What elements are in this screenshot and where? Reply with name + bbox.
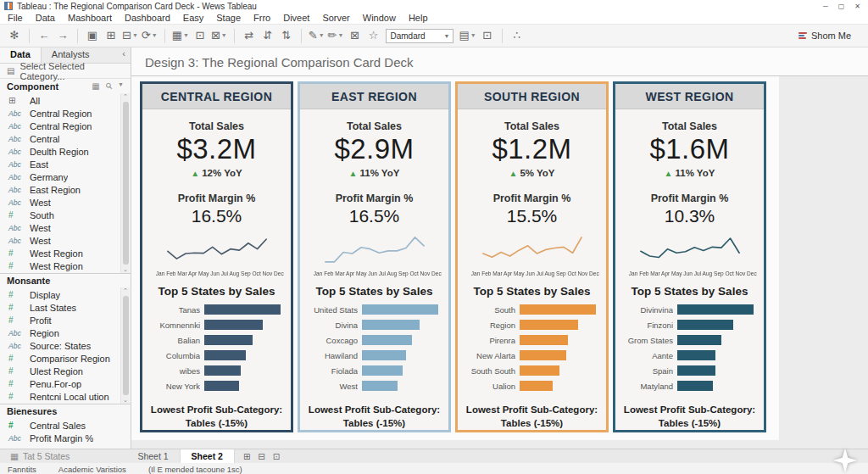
field-item[interactable]: #Comparisor Region xyxy=(0,352,120,365)
field-item[interactable]: AbcRegion xyxy=(0,326,120,339)
bar[interactable] xyxy=(362,335,412,345)
bar[interactable] xyxy=(677,365,715,376)
bar[interactable] xyxy=(362,381,398,391)
refresh-data-icon[interactable]: ⟳▼ xyxy=(140,26,159,45)
tab-sheet-2[interactable]: Sheet 2 xyxy=(181,449,235,463)
field-item[interactable]: AbcCentral Region xyxy=(0,120,120,132)
menu-item-easy[interactable]: Easy xyxy=(183,13,203,23)
field-item[interactable]: AbcWest xyxy=(0,221,120,234)
bar[interactable] xyxy=(204,381,239,391)
search-icon[interactable]: ⚲ xyxy=(103,81,114,92)
field-item[interactable]: #Central Sales xyxy=(0,419,120,432)
bar[interactable] xyxy=(520,365,559,376)
close-icon[interactable]: ✕ xyxy=(854,3,860,10)
field-item[interactable]: AbcWest xyxy=(0,234,120,247)
format-icon[interactable]: ✏▼ xyxy=(326,26,346,45)
bar[interactable] xyxy=(204,350,246,360)
menu-item-data[interactable]: Data xyxy=(36,13,55,23)
data-source-selector[interactable]: ▤ Select Selected Category... xyxy=(0,64,131,79)
save-icon[interactable]: ▣ xyxy=(83,26,102,45)
field-item[interactable]: AbcEast xyxy=(0,158,120,170)
field-item[interactable]: AbcCentral xyxy=(0,132,120,145)
field-item[interactable]: #Last States xyxy=(0,301,120,314)
pause-updates-icon[interactable]: ⊟▼ xyxy=(120,26,140,45)
profit-trend-sparkline[interactable] xyxy=(312,231,437,269)
field-item[interactable]: AbcProfit Margin % xyxy=(0,432,120,444)
field-item[interactable]: #West Region xyxy=(0,247,120,259)
bar[interactable] xyxy=(520,304,596,315)
view-as-table-icon[interactable]: ▦ xyxy=(92,81,99,91)
new-worksheet-icon[interactable]: ▦▼ xyxy=(170,26,191,45)
field-item[interactable]: #Rentcni Local ution xyxy=(0,390,120,403)
field-item[interactable]: AbcCentral Region xyxy=(0,107,120,120)
field-item[interactable]: AbcSource: States xyxy=(0,339,120,352)
menu-item-help[interactable]: Help xyxy=(409,13,428,23)
fit-dropdown[interactable]: Damdard▼ xyxy=(386,29,453,43)
redo-icon[interactable]: → xyxy=(53,26,72,45)
bar[interactable] xyxy=(362,350,406,360)
field-item[interactable]: #South xyxy=(0,209,120,221)
duplicate-sheet-icon[interactable]: ⊡ xyxy=(191,26,209,45)
tab-sheet-1[interactable]: Sheet 1 xyxy=(126,449,180,463)
clear-sheet-icon[interactable]: ⊠▼ xyxy=(209,26,229,45)
field-item[interactable]: #West Region xyxy=(0,259,120,272)
bar[interactable] xyxy=(520,381,553,391)
dimensions-scrollbar[interactable]: ⌃⌄ xyxy=(120,93,130,273)
profit-trend-sparkline[interactable] xyxy=(627,231,753,269)
maximize-icon[interactable]: ▢ xyxy=(838,3,845,10)
show-hide-cards-icon[interactable]: ▤▼ xyxy=(457,26,477,45)
bar[interactable] xyxy=(204,320,263,330)
data-source-tab[interactable]: ▦ Tat 5 States xyxy=(0,449,80,463)
new-worksheet-icon[interactable]: ⊞ xyxy=(243,452,250,461)
bar[interactable] xyxy=(362,320,420,330)
menu-item-frro[interactable]: Frro xyxy=(253,13,270,23)
menu-item-dashboard[interactable]: Dashboard xyxy=(125,13,170,23)
share-icon[interactable]: ∴ xyxy=(508,26,526,45)
highlight-icon[interactable]: ✎▼ xyxy=(307,26,326,45)
field-item[interactable]: ⊞All xyxy=(0,94,120,107)
new-dashboard-icon[interactable]: ⊟ xyxy=(258,452,264,461)
bar[interactable] xyxy=(520,320,578,330)
menu-item-window[interactable]: Window xyxy=(363,13,396,23)
bar[interactable] xyxy=(204,365,241,376)
field-item[interactable]: AbcDeulth Region xyxy=(0,145,120,158)
new-story-icon[interactable]: ⊡ xyxy=(273,452,280,461)
sort-descending-icon[interactable]: ⇅ xyxy=(277,26,296,45)
presentation-mode-icon[interactable]: ⊡ xyxy=(478,26,497,45)
field-item[interactable]: #Display xyxy=(0,288,120,301)
measures-scrollbar[interactable]: ⌃⌄ xyxy=(120,287,130,404)
bar[interactable] xyxy=(677,335,721,345)
field-item[interactable]: AbcWest xyxy=(0,196,120,209)
menu-item-diveet[interactable]: Diveet xyxy=(283,13,309,23)
bar[interactable] xyxy=(677,320,733,330)
field-item[interactable]: #Profit xyxy=(0,314,120,326)
minimize-icon[interactable]: ─ xyxy=(823,3,828,10)
field-item[interactable]: #Penu.For-op xyxy=(0,377,120,390)
field-item[interactable]: AbcGermany xyxy=(0,170,120,183)
bar[interactable] xyxy=(362,304,438,315)
bar[interactable] xyxy=(677,350,715,360)
pane-menu-icon[interactable]: ▼ xyxy=(118,81,124,91)
undo-icon[interactable]: ← xyxy=(35,26,53,45)
field-item[interactable]: #Ulest Region xyxy=(0,365,120,377)
menu-item-file[interactable]: File xyxy=(8,13,23,23)
swap-axes-icon[interactable]: ⇄ xyxy=(240,26,259,45)
bar[interactable] xyxy=(204,335,253,345)
menu-item-mashboart[interactable]: Mashboart xyxy=(68,13,112,23)
tableau-logo-icon[interactable]: ✻ xyxy=(5,26,24,45)
add-data-source-icon[interactable]: ⊞ xyxy=(102,26,120,45)
bar[interactable] xyxy=(520,335,568,345)
bar[interactable] xyxy=(677,304,754,315)
show-me-button[interactable]: Shom Me xyxy=(798,31,863,41)
profit-trend-sparkline[interactable] xyxy=(154,231,280,269)
bar[interactable] xyxy=(204,304,281,315)
menu-item-sorver[interactable]: Sorver xyxy=(322,13,349,23)
show-mark-labels-icon[interactable]: ⊠ xyxy=(345,26,364,45)
menu-item-stage[interactable]: Stage xyxy=(216,13,241,23)
fix-axes-icon[interactable]: ☆ xyxy=(364,26,382,45)
bar[interactable] xyxy=(520,350,566,360)
profit-trend-sparkline[interactable] xyxy=(470,231,595,269)
bar[interactable] xyxy=(677,381,713,391)
bar[interactable] xyxy=(362,365,403,376)
field-item[interactable]: AbcEast Region xyxy=(0,183,120,196)
